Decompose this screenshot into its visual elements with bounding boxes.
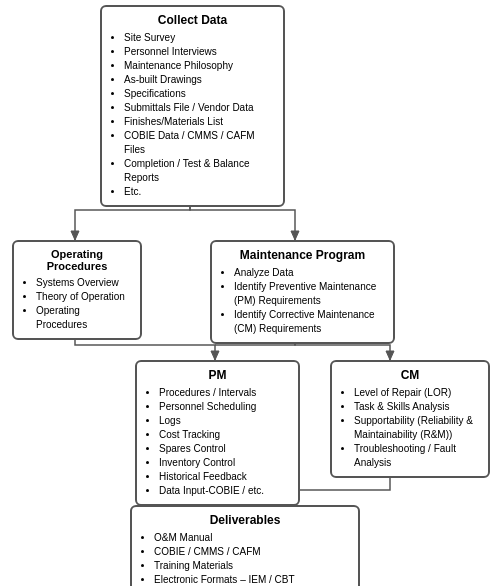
list-item: Specifications — [124, 87, 275, 101]
svg-marker-2 — [211, 351, 219, 360]
deliverables-list: O&M Manual COBIE / CMMS / CAFM Training … — [140, 531, 350, 586]
list-item: Analyze Data — [234, 266, 385, 280]
list-item: O&M Manual — [154, 531, 350, 545]
svg-marker-1 — [291, 231, 299, 240]
list-item: Finishes/Materials List — [124, 115, 275, 129]
maintenance-program-list: Analyze Data Identify Preventive Mainten… — [220, 266, 385, 336]
list-item: COBIE Data / CMMS / CAFM Files — [124, 129, 275, 157]
list-item: Task & Skills Analysis — [354, 400, 480, 414]
list-item: Cost Tracking — [159, 428, 290, 442]
list-item: Logs — [159, 414, 290, 428]
maintenance-program-title: Maintenance Program — [220, 248, 385, 262]
list-item: Spares Control — [159, 442, 290, 456]
list-item: Supportability (Reliability & Maintainab… — [354, 414, 480, 442]
list-item: Troubleshooting / Fault Analysis — [354, 442, 480, 470]
list-item: COBIE / CMMS / CAFM — [154, 545, 350, 559]
collect-data-list: Site Survey Personnel Interviews Mainten… — [110, 31, 275, 199]
list-item: Procedures / Intervals — [159, 386, 290, 400]
pm-list: Procedures / Intervals Personnel Schedul… — [145, 386, 290, 498]
pm-title: PM — [145, 368, 290, 382]
list-item: Completion / Test & Balance Reports — [124, 157, 275, 185]
cm-title: CM — [340, 368, 480, 382]
list-item: Historical Feedback — [159, 470, 290, 484]
list-item: Level of Repair (LOR) — [354, 386, 480, 400]
list-item: Electronic Formats – IEM / CBT — [154, 573, 350, 586]
operating-procedures-list: Systems Overview Theory of Operation Ope… — [22, 276, 132, 332]
list-item: Operating Procedures — [36, 304, 132, 332]
deliverables-title: Deliverables — [140, 513, 350, 527]
operating-procedures-title: Operating Procedures — [22, 248, 132, 272]
diagram: Collect Data Site Survey Personnel Inter… — [0, 0, 503, 586]
svg-marker-0 — [71, 231, 79, 240]
list-item: Personnel Interviews — [124, 45, 275, 59]
collect-data-title: Collect Data — [110, 13, 275, 27]
cm-list: Level of Repair (LOR) Task & Skills Anal… — [340, 386, 480, 470]
list-item: Personnel Scheduling — [159, 400, 290, 414]
list-item: Systems Overview — [36, 276, 132, 290]
list-item: Theory of Operation — [36, 290, 132, 304]
maintenance-program-box: Maintenance Program Analyze Data Identif… — [210, 240, 395, 344]
svg-marker-3 — [386, 351, 394, 360]
pm-box: PM Procedures / Intervals Personnel Sche… — [135, 360, 300, 506]
collect-data-box: Collect Data Site Survey Personnel Inter… — [100, 5, 285, 207]
list-item: Training Materials — [154, 559, 350, 573]
list-item: Maintenance Philosophy — [124, 59, 275, 73]
list-item: As-built Drawings — [124, 73, 275, 87]
list-item: Identify Corrective Maintenance (CM) Req… — [234, 308, 385, 336]
cm-box: CM Level of Repair (LOR) Task & Skills A… — [330, 360, 490, 478]
list-item: Submittals File / Vendor Data — [124, 101, 275, 115]
list-item: Site Survey — [124, 31, 275, 45]
deliverables-box: Deliverables O&M Manual COBIE / CMMS / C… — [130, 505, 360, 586]
list-item: Etc. — [124, 185, 275, 199]
operating-procedures-box: Operating Procedures Systems Overview Th… — [12, 240, 142, 340]
list-item: Inventory Control — [159, 456, 290, 470]
list-item: Identify Preventive Maintenance (PM) Req… — [234, 280, 385, 308]
list-item: Data Input-COBIE / etc. — [159, 484, 290, 498]
